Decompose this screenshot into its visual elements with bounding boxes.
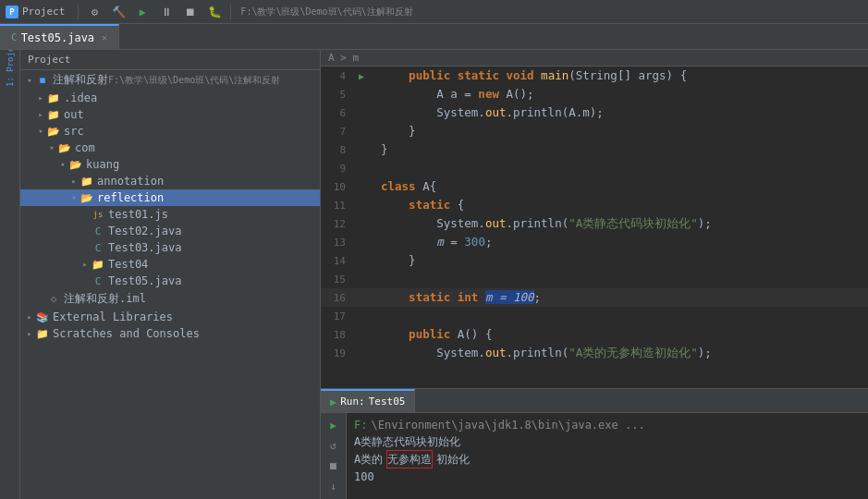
rerun-btn[interactable]: ↺: [324, 437, 343, 454]
code-line-5: 5 A a = new A();: [321, 85, 868, 103]
code-editor[interactable]: 4▶ public static void main(String[] args…: [321, 67, 868, 388]
code-content-5[interactable]: A a = new A();: [377, 85, 868, 103]
run-btn[interactable]: ▶: [132, 3, 153, 21]
code-content-10[interactable]: class A{: [377, 177, 868, 196]
tree-item-src[interactable]: ▾📂src: [20, 123, 320, 140]
run-again-btn[interactable]: ▶: [324, 417, 343, 433]
tab-test05[interactable]: C Test05.java ✕: [0, 24, 119, 49]
tree-label-scratches: Scratches and Consoles: [53, 327, 200, 340]
code-content-4[interactable]: public static void main(String[] args) {: [377, 67, 868, 85]
tree-item-test04[interactable]: ▸📁Test04: [20, 256, 320, 273]
tree-item-test03[interactable]: CTest03.java: [20, 239, 320, 256]
tree-label-test04: Test04: [108, 258, 148, 271]
code-line-10: 10class A{: [321, 177, 868, 196]
run-arrow-4[interactable]: ▶: [359, 71, 364, 81]
run-label: Run:: [340, 396, 365, 408]
tree-label-test05: Test05.java: [108, 274, 181, 287]
tree-label-out: out: [64, 108, 84, 121]
file-tree: ▾◼注解和反射 F:\教学\班级\Demo班\代码\注解和反射▸📁.idea▸📁…: [20, 70, 320, 342]
panel-controls: ▶ ↺ ⏹ ↓: [321, 413, 347, 499]
tree-label-test03: Test03.java: [108, 241, 181, 254]
code-line-13: 13 m = 300;: [321, 233, 868, 251]
line-num-19: 19: [321, 347, 353, 359]
code-content-18[interactable]: public A() {: [377, 325, 868, 344]
sidebar-title: Project: [28, 54, 70, 66]
java-exe-icon: F:: [354, 417, 367, 433]
pause-btn[interactable]: ⏸: [156, 3, 177, 21]
java-exe-path: \Environment\java\jdk1.8\bin\java.exe ..…: [371, 417, 644, 433]
tree-label-root: 注解和反射: [53, 72, 108, 88]
tree-item-test01[interactable]: jstest01.js: [20, 206, 320, 223]
code-line-19: 19 System.out.println("A类的无参构造初始化");: [321, 344, 868, 362]
tree-icon-idea: 📁: [46, 91, 61, 104]
tree-arrow-out: ▸: [35, 110, 46, 119]
tab-close-btn[interactable]: ✕: [102, 32, 107, 43]
debug-btn[interactable]: 🐛: [204, 3, 225, 21]
tree-item-test02[interactable]: CTest02.java: [20, 223, 320, 239]
tree-arrow-root: ▾: [24, 76, 35, 85]
run-tab-icon: ▶: [330, 396, 336, 408]
code-line-16: 16 static int m = 100;: [321, 288, 868, 307]
project-view-btn[interactable]: 1: Project: [2, 54, 18, 70]
stop-run-btn[interactable]: ⏹: [324, 458, 343, 475]
tree-label-iml: 注解和反射.iml: [64, 291, 146, 307]
line-num-12: 12: [321, 218, 353, 230]
console-output: F:\Environment\java\jdk1.8\bin\java.exe …: [347, 413, 868, 499]
code-content-16[interactable]: static int m = 100;: [377, 288, 868, 307]
tree-item-extlibs[interactable]: ▸📚External Libraries: [20, 309, 320, 325]
tree-item-reflection[interactable]: ▾📂reflection: [20, 189, 320, 206]
tree-arrow-kuang: ▾: [57, 160, 68, 169]
line-num-6: 6: [321, 107, 353, 119]
code-content-14[interactable]: }: [377, 251, 868, 270]
code-content-11[interactable]: static {: [377, 196, 868, 214]
tree-item-test05[interactable]: CTest05.java: [20, 273, 320, 289]
code-content-19[interactable]: System.out.println("A类的无参构造初始化");: [377, 344, 868, 362]
scroll-end-btn[interactable]: ↓: [324, 479, 343, 495]
tree-item-out[interactable]: ▸📁out: [20, 106, 320, 123]
tree-item-root[interactable]: ▾◼注解和反射 F:\教学\班级\Demo班\代码\注解和反射: [20, 70, 320, 90]
tree-icon-kuang: 📂: [68, 158, 83, 171]
code-line-9: 9: [321, 159, 868, 177]
tree-arrow-src: ▾: [35, 127, 46, 136]
code-content-12[interactable]: System.out.println("A类静态代码块初始化");: [377, 214, 868, 233]
tree-item-idea[interactable]: ▸📁.idea: [20, 90, 320, 106]
left-toolbar: 1: Project: [0, 50, 20, 499]
tree-label-reflection: reflection: [97, 191, 164, 204]
tree-label-src: src: [64, 125, 84, 138]
tree-icon-reflection: 📂: [79, 191, 94, 204]
code-line-12: 12 System.out.println("A类静态代码块初始化");: [321, 214, 868, 233]
main-area: 1: Project Project ▾◼注解和反射 F:\教学\班级\Demo…: [0, 50, 868, 499]
tree-item-scratches[interactable]: ▸📁Scratches and Consoles: [20, 325, 320, 342]
run-tab[interactable]: ▶ Run: Test05: [321, 389, 415, 412]
run-gutter-4: ▶: [353, 71, 370, 81]
tree-item-annotation[interactable]: ▸📁annotation: [20, 173, 320, 189]
tree-label-test02: Test02.java: [108, 225, 181, 237]
tree-icon-test03: C: [91, 241, 105, 254]
tree-item-iml[interactable]: ◇注解和反射.iml: [20, 289, 320, 309]
code-content-7[interactable]: }: [377, 122, 868, 140]
java-exe-line: F:\Environment\java\jdk1.8\bin\java.exe …: [354, 417, 861, 433]
tree-icon-root: ◼: [35, 74, 50, 87]
tree-item-kuang[interactable]: ▾📂kuang: [20, 156, 320, 173]
tree-item-com[interactable]: ▾📂com: [20, 140, 320, 156]
tree-icon-extlibs: 📚: [35, 310, 50, 323]
output-highlight-2: 无参构造: [386, 450, 433, 469]
code-line-8: 8}: [321, 140, 868, 159]
bottom-panel: ▶ Run: Test05 ▶ ↺ ⏹ ↓ F:\Environment\jav…: [321, 388, 868, 499]
code-line-11: 11 static {: [321, 196, 868, 214]
tree-label-idea: .idea: [64, 91, 97, 104]
code-content-8[interactable]: }: [377, 140, 868, 159]
build-btn[interactable]: 🔨: [108, 3, 128, 21]
code-content-13[interactable]: m = 300;: [377, 233, 868, 251]
line-num-5: 5: [321, 89, 353, 101]
line-num-15: 15: [321, 274, 353, 286]
code-line-18: 18 public A() {: [321, 325, 868, 344]
stop-btn[interactable]: ⏹: [180, 3, 201, 21]
top-toolbar: P Project ⚙ 🔨 ▶ ⏸ ⏹ 🐛 F:\教学\班级\Demo班\代码\…: [0, 0, 868, 24]
tree-icon-com: 📂: [57, 141, 72, 154]
code-line-4: 4▶ public static void main(String[] args…: [321, 67, 868, 85]
settings-btn[interactable]: ⚙: [84, 3, 104, 21]
code-line-6: 6 System.out.println(A.m);: [321, 103, 868, 122]
code-content-6[interactable]: System.out.println(A.m);: [377, 103, 868, 122]
tree-icon-test04: 📁: [91, 258, 105, 271]
